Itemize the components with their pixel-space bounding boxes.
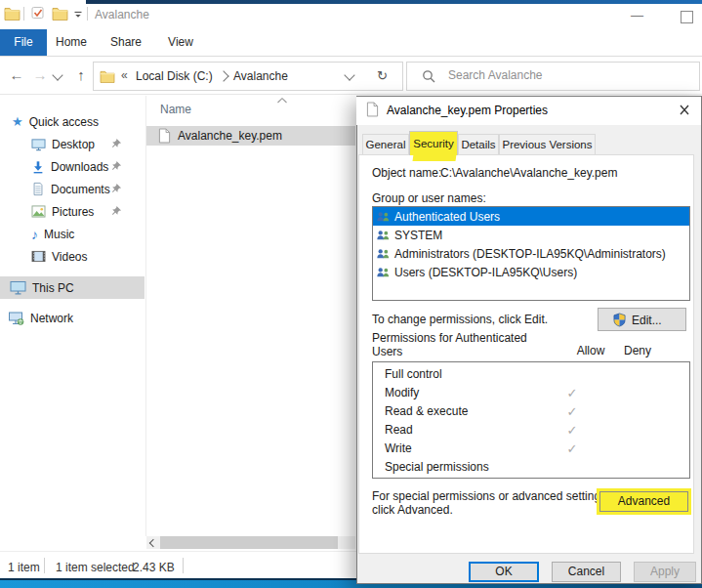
cancel-button[interactable]: Cancel	[552, 562, 621, 582]
maximize-icon[interactable]	[681, 11, 693, 23]
dialog-tab-general[interactable]: General	[362, 134, 409, 154]
permissions-listbox[interactable]: Full control Modify ✓ Read & execute ✓ R…	[372, 361, 690, 479]
network-icon	[8, 311, 24, 325]
pin-icon	[111, 205, 122, 216]
advanced-button[interactable]: Advanced	[599, 491, 688, 512]
sidebar-item-desktop[interactable]: Desktop	[0, 133, 145, 155]
permission-row-read[interactable]: Read ✓	[373, 421, 689, 440]
properties-check-icon[interactable]	[30, 5, 46, 21]
sidebar-item-quick-access[interactable]: ★ Quick access	[0, 110, 145, 133]
advanced-hint-line2: click Advanced.	[372, 503, 453, 517]
dialog-tab-previous-versions[interactable]: Previous Versions	[499, 134, 596, 154]
permission-row-write[interactable]: Write ✓	[373, 440, 689, 458]
desktop-icon	[31, 138, 46, 151]
folder-icon	[4, 6, 21, 21]
allow-check: ✓	[560, 384, 584, 402]
search-input[interactable]	[446, 67, 675, 83]
ok-button[interactable]: OK	[469, 562, 539, 582]
sidebar-item-videos[interactable]: Videos	[0, 245, 145, 268]
search-icon	[421, 68, 436, 84]
search-box[interactable]	[406, 62, 700, 91]
qat-separator	[23, 7, 24, 21]
permission-row-read-execute[interactable]: Read & execute ✓	[373, 402, 689, 421]
edit-button-label: Edit...	[632, 312, 662, 330]
pin-icon	[111, 183, 122, 193]
group-row-users[interactable]: Users (DESKTOP-ILA95KQ\Users)	[373, 263, 689, 281]
dialog-close-icon[interactable]	[676, 102, 695, 119]
picture-icon	[31, 205, 46, 218]
breadcrumb-item-avalanche[interactable]: Avalanche	[233, 69, 288, 83]
window-title: Avalanche	[95, 8, 149, 21]
forward-icon[interactable]: →	[31, 66, 49, 84]
advanced-hint-line1: For special permissions or advanced sett…	[372, 489, 609, 503]
ribbon-tab-view[interactable]: View	[160, 29, 201, 56]
edit-button[interactable]: Edit...	[598, 308, 686, 331]
breadcrumb-collapse-icon[interactable]: «	[121, 68, 128, 82]
document-icon	[31, 182, 45, 196]
group-name: Administrators (DESKTOP-ILA95KQ\Administ…	[394, 247, 666, 261]
permission-row-special-permissions[interactable]: Special permissions	[373, 458, 689, 477]
scroll-left-icon[interactable]	[146, 536, 160, 549]
star-icon: ★	[12, 114, 23, 129]
file-row-avalanche-key[interactable]: Avalanche_key.pem	[146, 126, 355, 146]
address-dropdown-icon[interactable]	[344, 69, 354, 80]
dialog-title: Avalanche_key.pem Properties	[387, 104, 548, 117]
permission-row-full-control[interactable]: Full control	[373, 365, 689, 384]
recent-locations-icon[interactable]	[52, 69, 62, 80]
users-group-icon	[376, 267, 391, 278]
music-note-icon: ♪	[31, 227, 38, 242]
pin-icon	[111, 138, 122, 148]
permission-name: Special permissions	[385, 460, 489, 474]
group-name: Authenticated Users	[394, 210, 500, 224]
scrollbar-thumb[interactable]	[160, 536, 338, 549]
back-icon[interactable]: ←	[8, 66, 25, 84]
sidebar-item-pictures[interactable]: Pictures	[0, 200, 145, 223]
minimize-icon[interactable]: —	[631, 8, 643, 22]
group-row-authenticated-users[interactable]: Authenticated Users	[373, 207, 689, 226]
refresh-button[interactable]: ↻	[363, 62, 403, 91]
dialog-file-icon	[366, 102, 379, 117]
sidebar-item-this-pc[interactable]: This PC	[0, 276, 145, 299]
ribbon-tab-home[interactable]: Home	[51, 29, 92, 56]
allow-check: ✓	[560, 402, 584, 421]
sidebar-item-documents[interactable]: Documents	[0, 178, 145, 200]
new-folder-icon[interactable]	[52, 6, 68, 21]
address-bar[interactable]: « Local Disk (C:) Avalanche	[93, 62, 366, 91]
allow-check: ✓	[560, 421, 584, 440]
status-separator	[44, 558, 45, 573]
dialog-tab-security[interactable]: Security	[409, 131, 458, 155]
customize-toolbar-icon[interactable]	[72, 9, 84, 21]
horizontal-scrollbar[interactable]	[146, 536, 355, 549]
sort-ascending-icon[interactable]	[276, 97, 288, 104]
sidebar-item-label: This PC	[32, 281, 74, 295]
allow-column-header: Allow	[571, 344, 610, 357]
status-selected-size: 2.43 KB	[133, 561, 175, 574]
groups-listbox[interactable]: Authenticated Users SYSTEM Administrator…	[372, 206, 690, 301]
column-header-name[interactable]: Name	[160, 103, 191, 116]
breadcrumb-item-local-disk[interactable]: Local Disk (C:)	[136, 69, 213, 83]
permission-row-modify[interactable]: Modify ✓	[373, 384, 689, 402]
permission-name: Read	[385, 423, 413, 437]
permissions-label-line2: Users	[372, 345, 402, 358]
up-icon[interactable]: ↑	[72, 66, 90, 84]
uac-shield-icon	[612, 313, 627, 327]
toolbar-divider	[0, 94, 702, 95]
group-row-administrators[interactable]: Administrators (DESKTOP-ILA95KQ\Administ…	[373, 244, 689, 263]
ribbon-tab-share[interactable]: Share	[105, 29, 146, 56]
apply-button[interactable]: Apply	[634, 562, 696, 582]
dialog-tab-details[interactable]: Details	[458, 134, 499, 154]
statusbar-divider	[0, 551, 356, 552]
sidebar-item-label: Quick access	[29, 115, 99, 129]
sidebar-item-music[interactable]: ♪ Music	[0, 223, 145, 245]
ribbon-tab-file[interactable]: File	[0, 29, 47, 56]
file-name: Avalanche_key.pem	[178, 129, 282, 143]
object-name-value: C:\Avalanche\Avalanche_key.pem	[440, 166, 617, 180]
sidebar-item-network[interactable]: Network	[0, 307, 145, 329]
file-icon	[158, 128, 171, 144]
sidebar-item-label: Documents	[51, 183, 110, 196]
group-name: Users (DESKTOP-ILA95KQ\Users)	[394, 266, 577, 279]
sidebar: ★ Quick access Desktop Downloads Documen…	[0, 110, 145, 329]
group-row-system[interactable]: SYSTEM	[373, 226, 689, 244]
breadcrumb-chevron-icon[interactable]	[218, 70, 228, 81]
sidebar-item-downloads[interactable]: Downloads	[0, 155, 145, 178]
